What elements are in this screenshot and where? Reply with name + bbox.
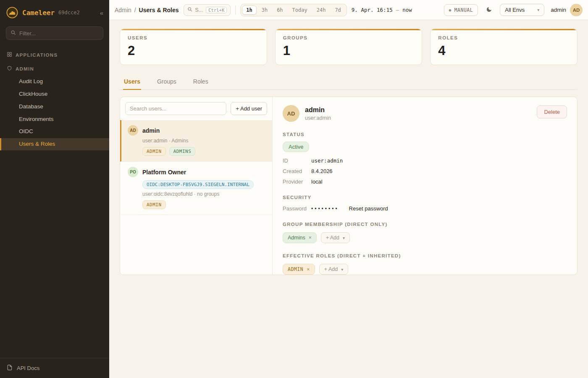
- date-range-display[interactable]: 9. Apr. 16:15 – now: [352, 7, 412, 13]
- oidc-issuer-badge: OIDC:DESKTOP-FB5VGJ9.SIEGELN.INTERNAL: [142, 180, 254, 189]
- sidebar-item-clickhouse[interactable]: ClickHouse: [0, 88, 109, 100]
- status-dot-icon: ●: [449, 8, 452, 12]
- delete-user-button[interactable]: Delete: [537, 105, 567, 118]
- sidebar-section-admin[interactable]: ADMIN: [0, 61, 109, 75]
- admin-nav: Audit Log ClickHouse Database Environmen…: [0, 75, 109, 151]
- field-label-created: Created: [283, 168, 311, 174]
- app-logo-icon: [6, 6, 18, 19]
- breadcrumb-parent[interactable]: Admin: [115, 7, 131, 13]
- stat-value: 2: [128, 43, 259, 58]
- sidebar-item-audit-log[interactable]: Audit Log: [0, 76, 109, 88]
- sidebar-item-oidc[interactable]: OIDC: [0, 126, 109, 138]
- sidebar-filter-input[interactable]: [19, 30, 99, 37]
- security-heading: SECURITY: [283, 195, 567, 200]
- user-menu[interactable]: admin AD: [551, 4, 583, 16]
- password-label: Password: [283, 205, 311, 212]
- group-membership-heading: GROUP MEMBERSHIP (DIRECT ONLY): [283, 222, 567, 227]
- search-icon: [187, 7, 192, 13]
- sidebar-header: Cameleer 69dcce2 «: [0, 0, 109, 23]
- remove-icon[interactable]: ×: [307, 266, 310, 272]
- users-panel: + Add user AD admin user:admin · Admins …: [120, 97, 578, 275]
- stat-label: GROUPS: [283, 35, 415, 40]
- global-search[interactable]: S... Ctrl+K: [184, 4, 231, 16]
- dark-mode-toggle[interactable]: [483, 4, 495, 16]
- breadcrumb-current: Users & Roles: [139, 7, 179, 13]
- sidebar-item-environments[interactable]: Environments: [0, 113, 109, 126]
- app-name: Cameleer: [22, 9, 55, 17]
- date-range-separator: –: [396, 7, 399, 13]
- user-name: admin: [142, 127, 160, 134]
- stat-card-groups: GROUPS 1: [275, 29, 423, 65]
- time-range-3h[interactable]: 3h: [257, 5, 272, 15]
- password-row: Password •••••••• Reset password: [283, 205, 567, 212]
- tab-roles[interactable]: Roles: [192, 74, 209, 90]
- user-detail-panel: Delete AD admin user:admin STATUS Active…: [273, 97, 577, 275]
- field-value-id: user:admin: [311, 158, 567, 164]
- field-value-created: 8.4.2026: [311, 168, 567, 174]
- add-group-button[interactable]: + Add ▾: [321, 232, 350, 243]
- time-range-6h[interactable]: 6h: [273, 5, 287, 15]
- sidebar-item-users-roles[interactable]: Users & Roles: [0, 138, 109, 150]
- status-heading: STATUS: [283, 132, 567, 137]
- detail-user-id: user:admin: [305, 115, 331, 121]
- global-search-text: S...: [195, 7, 203, 13]
- env-selector[interactable]: All Envs ▾: [500, 4, 544, 16]
- api-docs-link[interactable]: API Docs: [0, 358, 109, 378]
- time-range-1h[interactable]: 1h: [242, 5, 256, 15]
- time-range-24h[interactable]: 24h: [312, 5, 330, 15]
- detail-user-name: admin: [305, 106, 331, 114]
- detail-fields: ID user:admin Created 8.4.2026 Provider …: [283, 158, 567, 185]
- avatar: PO: [128, 167, 138, 177]
- group-badge: ADMINS: [169, 147, 196, 156]
- time-range-7d[interactable]: 7d: [331, 5, 345, 15]
- stat-label: ROLES: [438, 35, 570, 40]
- group-chips: Admins × + Add ▾: [283, 232, 567, 243]
- main-area: Admin / Users & Roles S... Ctrl+K 1h 3h …: [109, 0, 588, 378]
- date-range-start: 9. Apr. 16:15: [352, 7, 393, 13]
- time-range-today[interactable]: Today: [288, 5, 312, 15]
- search-users-input[interactable]: [125, 102, 226, 115]
- api-docs-label: API Docs: [17, 365, 39, 371]
- remove-icon[interactable]: ×: [309, 235, 312, 241]
- field-label-id: ID: [283, 158, 311, 164]
- role-badge: ADMIN: [142, 147, 166, 156]
- tab-groups[interactable]: Groups: [156, 74, 177, 90]
- user-list-item-admin[interactable]: AD admin user:admin · Admins ADMIN ADMIN…: [120, 120, 272, 162]
- chevron-down-icon: ▾: [537, 8, 539, 12]
- role-chips: ADMIN × + Add ▾: [283, 264, 567, 275]
- reset-password-link[interactable]: Reset password: [349, 205, 388, 212]
- grid-icon: [7, 52, 12, 58]
- stat-value: 1: [283, 43, 415, 58]
- app-instance-id: 69dcce2: [58, 10, 80, 16]
- password-mask: ••••••••: [311, 206, 339, 212]
- document-icon: [7, 365, 13, 372]
- refresh-mode-label: MANUAL: [454, 7, 473, 13]
- group-chip-admins: Admins ×: [283, 232, 317, 243]
- tab-users[interactable]: Users: [123, 74, 141, 90]
- stat-value: 4: [438, 43, 570, 58]
- add-user-button[interactable]: + Add user: [231, 102, 267, 115]
- section-label-applications: APPLICATIONS: [16, 52, 58, 58]
- stat-card-users: USERS 2: [120, 29, 267, 65]
- user-name: Platform Owner: [142, 169, 186, 176]
- status-badge: Active: [283, 142, 309, 152]
- user-badges: ADMIN ADMINS: [142, 147, 266, 156]
- user-list: + Add user AD admin user:admin · Admins …: [120, 97, 273, 275]
- sidebar-item-database[interactable]: Database: [0, 101, 109, 113]
- top-bar: Admin / Users & Roles S... Ctrl+K 1h 3h …: [109, 0, 588, 20]
- add-role-button[interactable]: + Add ▾: [319, 264, 348, 275]
- sidebar-collapse-icon[interactable]: «: [100, 9, 103, 16]
- sidebar-section-applications[interactable]: APPLICATIONS: [0, 47, 109, 61]
- refresh-mode-badge[interactable]: ● MANUAL: [444, 4, 478, 16]
- detail-header: AD admin user:admin: [283, 105, 567, 122]
- field-label-provider: Provider: [283, 178, 311, 185]
- breadcrumb: Admin / Users & Roles: [115, 7, 179, 13]
- avatar[interactable]: AD: [570, 4, 583, 16]
- search-shortcut-kbd: Ctrl+K: [206, 7, 227, 13]
- user-list-item-platform-owner[interactable]: PO Platform Owner OIDC:DESKTOP-FB5VGJ9.S…: [120, 162, 272, 215]
- section-label-admin: ADMIN: [16, 66, 34, 71]
- stat-label: USERS: [128, 35, 259, 40]
- chevron-down-icon: ▾: [341, 267, 343, 272]
- sidebar-filter[interactable]: [6, 26, 103, 40]
- user-badges: ADMIN: [142, 200, 266, 209]
